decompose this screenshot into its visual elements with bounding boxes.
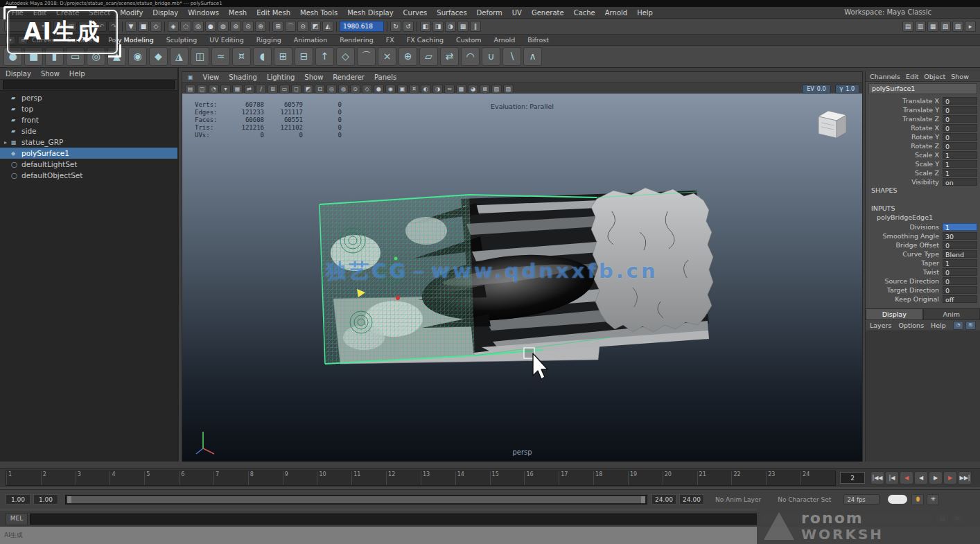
shelf-tab[interactable]: UV Editing <box>209 36 244 44</box>
frame-tick[interactable]: 4 <box>110 471 144 485</box>
shelf-icon[interactable]: ◆ <box>149 47 168 66</box>
menu-item[interactable]: Surfaces <box>432 9 471 17</box>
menu-item[interactable]: Generate <box>527 9 569 17</box>
frame-tick[interactable]: 23 <box>766 471 800 485</box>
shelf-icon[interactable]: ⇄ <box>440 47 459 66</box>
frame-tick[interactable]: 5 <box>144 471 179 485</box>
set-key-icon[interactable]: ⬮ <box>911 494 924 505</box>
sidebar-toggle-icon[interactable]: ▸ <box>965 21 976 32</box>
channel-row[interactable]: Divisions 1 <box>866 222 977 231</box>
panel-menu[interactable]: Renderer <box>333 73 365 81</box>
shelf-icon[interactable]: ⊕ <box>399 47 417 66</box>
playback-button[interactable]: ▶▶| <box>958 471 972 484</box>
character-set-dropdown[interactable]: No Character Set <box>778 496 831 503</box>
menu-item[interactable]: Edit Mesh <box>252 9 295 17</box>
auto-key-toggle[interactable] <box>888 495 907 504</box>
panel-toolbar-icon[interactable]: ▧ <box>503 85 514 94</box>
panel-menu[interactable]: View <box>203 73 220 81</box>
panel-toolbar-icon[interactable]: ◇ <box>362 85 372 94</box>
panel-toolbar-icon[interactable]: ▦ <box>232 85 243 94</box>
panel-toolbar-icon[interactable]: ◉ <box>385 85 396 94</box>
workspace-selector[interactable]: Workspace: Maya Classic <box>844 8 973 16</box>
frame-tick[interactable]: 12 <box>386 471 421 485</box>
panel-toolbar-icon[interactable]: ▣ <box>397 85 408 94</box>
panel-menu[interactable]: Panels <box>374 73 396 81</box>
panel-toolbar-icon[interactable]: ● <box>374 85 384 94</box>
shelf-tab[interactable]: Bifrost <box>527 36 549 44</box>
outliner-search-input[interactable] <box>3 80 175 89</box>
menu-item[interactable]: Cache <box>569 9 600 17</box>
playback-start-field[interactable]: 1.00 <box>33 494 58 504</box>
layer-menu[interactable]: Help <box>931 322 946 329</box>
selection-mode-icon[interactable]: ◇ <box>150 21 161 32</box>
frame-tick[interactable]: 7 <box>213 471 248 485</box>
selection-mask-icon[interactable]: ◎ <box>193 21 204 32</box>
shelf-icon[interactable]: ◠ <box>461 47 480 66</box>
gamma-control[interactable]: γ 1.0 <box>835 85 859 94</box>
shelf-icon[interactable]: ∖ <box>502 47 521 66</box>
shelf-tab[interactable]: Sculpting <box>166 36 197 44</box>
channel-row[interactable]: Keep Original off <box>866 295 977 303</box>
menu-item[interactable]: UV <box>507 9 527 17</box>
playback-button[interactable]: |◀ <box>885 471 899 484</box>
snap-icon[interactable]: ⊙ <box>297 21 308 32</box>
selection-mask-icon[interactable]: ◈ <box>168 21 179 32</box>
frame-tick[interactable]: 9 <box>283 471 317 485</box>
selection-mode-icon[interactable]: ■ <box>138 21 149 32</box>
outliner-item[interactable]: ▰ top <box>0 103 177 114</box>
frame-tick[interactable]: 3 <box>76 471 110 485</box>
menu-item[interactable]: Arnold <box>600 9 632 17</box>
shelf-icon[interactable]: ⊟ <box>295 47 313 66</box>
frame-tick[interactable]: 16 <box>524 471 559 485</box>
frame-tick[interactable]: 20 <box>663 471 697 485</box>
selection-mask-icon[interactable]: ⊛ <box>255 21 266 32</box>
playback-button[interactable]: ◀ <box>900 471 913 484</box>
outliner-menu[interactable]: Show <box>41 70 60 78</box>
channel-box-menu[interactable]: Show <box>951 73 969 80</box>
shelf-tab[interactable]: Rigging <box>256 36 281 44</box>
outliner-item[interactable]: ▸ ▦ statue_GRP <box>0 137 177 148</box>
shelf-icon[interactable]: ∧ <box>523 47 542 66</box>
shelf-icon[interactable]: ◇ <box>336 47 355 66</box>
shelf-icon[interactable]: ◉ <box>128 47 147 66</box>
menu-item[interactable]: Mesh Display <box>342 9 398 17</box>
command-line-input[interactable] <box>30 514 759 525</box>
shelf-icon[interactable]: ◮ <box>170 47 189 66</box>
channel-row[interactable]: Source Direction 0 <box>866 277 977 285</box>
outliner-item[interactable]: ▰ persp <box>0 92 177 103</box>
exposure-control[interactable]: EV 0.0 <box>802 85 830 94</box>
layer-button-icon[interactable]: ⊞ <box>965 321 976 330</box>
channel-row[interactable]: Rotate Z 0 <box>866 141 977 150</box>
range-slider[interactable] <box>65 495 647 504</box>
panel-toolbar-icon[interactable]: ◎ <box>326 85 337 94</box>
time-ruler[interactable]: 123456789101112131415161718192021222324 <box>6 471 836 486</box>
sidebar-toggle-icon[interactable]: ▧ <box>940 21 951 32</box>
snap-icon[interactable]: ◩ <box>310 21 321 32</box>
frame-tick[interactable]: 18 <box>593 471 628 485</box>
frame-tick[interactable]: 19 <box>628 471 663 485</box>
sidebar-toggle-icon[interactable]: ▦ <box>927 21 938 32</box>
layer-menu[interactable]: Layers <box>870 322 891 329</box>
channel-row[interactable]: Translate X 0 <box>866 96 977 105</box>
channel-row[interactable]: Rotate Y 0 <box>866 132 977 141</box>
panel-toolbar-icon[interactable]: ⊞ <box>268 85 278 94</box>
layer-button-icon[interactable]: ◔ <box>953 321 963 330</box>
panel-toolbar-icon[interactable]: ⊡ <box>315 85 325 94</box>
frame-tick[interactable]: 10 <box>317 471 351 485</box>
outliner-menu[interactable]: Help <box>69 70 85 78</box>
selection-mask-icon[interactable]: ◍ <box>218 21 229 32</box>
channel-row[interactable]: Scale Z 1 <box>866 168 977 177</box>
shelf-icon[interactable]: ¤ <box>232 47 251 66</box>
snap-icon[interactable]: ⊞ <box>272 21 283 32</box>
layer-editor-tab[interactable]: Display <box>866 308 923 320</box>
panel-toolbar-icon[interactable]: ▩ <box>456 85 466 94</box>
outliner-menu[interactable]: Display <box>6 70 31 78</box>
channel-row[interactable]: Translate Y 0 <box>866 105 977 114</box>
sidebar-toggle-icon[interactable]: ▤ <box>902 21 913 32</box>
panel-toolbar-icon[interactable]: ⇄ <box>244 85 254 94</box>
animation-end-field[interactable]: 24.00 <box>679 494 704 504</box>
selection-mask-icon[interactable]: ⊙ <box>243 21 254 32</box>
menu-item[interactable]: Windows <box>183 9 224 17</box>
sidebar-toggle-icon[interactable]: ▥ <box>915 21 926 32</box>
current-frame-field[interactable]: 2 <box>840 472 865 484</box>
